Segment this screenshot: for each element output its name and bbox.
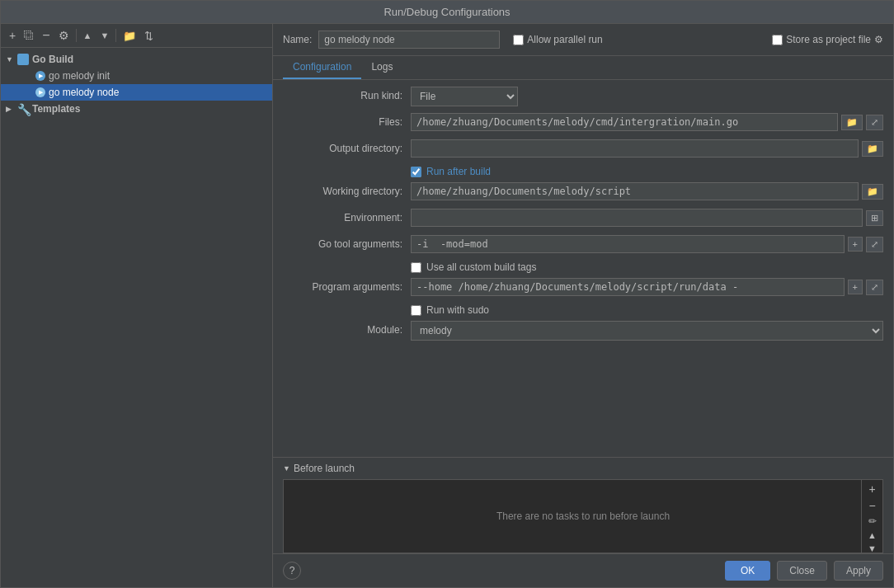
store-gear-icon: ⚙ xyxy=(874,34,883,45)
go-tool-args-expand-button[interactable]: ⤢ xyxy=(866,237,883,252)
store-project-label: Store as project file ⚙ xyxy=(772,34,883,45)
run-with-sudo-checkbox[interactable] xyxy=(411,305,421,316)
run-kind-select[interactable]: File Package Directory xyxy=(411,87,518,106)
output-dir-control: 📁 xyxy=(411,139,883,158)
folder-button[interactable]: 📁 xyxy=(120,28,139,44)
program-args-control: --home /home/zhuang/Documents/melody/scr… xyxy=(411,278,883,296)
before-launch-sidebar: + − ✏ ▲ ▼ xyxy=(861,480,882,553)
program-args-expand-button[interactable]: ⤢ xyxy=(866,280,883,295)
before-launch-section: ▼ Before launch There are no tasks to ru… xyxy=(273,457,893,553)
sort-button[interactable]: ⇅ xyxy=(141,28,157,44)
title-bar: Run/Debug Configurations xyxy=(1,1,893,24)
remove-button[interactable]: − xyxy=(39,27,53,44)
files-label: Files: xyxy=(283,113,411,128)
working-dir-folder-button[interactable]: 📁 xyxy=(862,184,883,200)
templates-label: Templates xyxy=(32,103,80,115)
custom-tags-label: Use all custom build tags xyxy=(426,261,536,273)
move-down-button[interactable]: ▼ xyxy=(96,29,112,42)
ok-button[interactable]: OK xyxy=(725,561,770,581)
tab-configuration[interactable]: Configuration xyxy=(283,56,361,79)
before-launch-header[interactable]: ▼ Before launch xyxy=(273,458,893,479)
before-launch-edit-button[interactable]: ✏ xyxy=(863,515,882,528)
tree-node-templates[interactable]: ▶ 🔧 Templates xyxy=(1,101,272,117)
files-expand-button[interactable]: ⤢ xyxy=(866,115,883,130)
run-kind-row: Run kind: File Package Directory xyxy=(283,87,883,108)
run-kind-control: File Package Directory xyxy=(411,87,883,106)
output-dir-label: Output directory: xyxy=(283,139,411,154)
close-button[interactable]: Close xyxy=(777,561,827,581)
help-button[interactable]: ? xyxy=(283,562,301,580)
run-with-sudo-row: Run with sudo xyxy=(283,304,883,316)
program-args-row: Program arguments: --home /home/zhuang/D… xyxy=(283,278,883,299)
files-folder-button[interactable]: 📁 xyxy=(841,115,863,130)
tree-node-go-melody-node[interactable]: go melody node xyxy=(1,84,272,101)
tree-node-go-build[interactable]: ▼ Go Build xyxy=(1,51,272,68)
custom-tags-checkbox[interactable] xyxy=(411,262,421,273)
run-after-build-row: Run after build xyxy=(283,166,883,177)
name-input[interactable] xyxy=(318,31,500,49)
apply-label: Apply xyxy=(846,565,871,576)
environment-label: Environment: xyxy=(283,209,411,223)
close-label: Close xyxy=(789,565,815,576)
store-project-checkbox[interactable] xyxy=(772,35,783,45)
program-args-label: Program arguments: xyxy=(283,278,411,293)
wrench-icon: 🔧 xyxy=(17,103,29,115)
run-debug-dialog: Run/Debug Configurations + ⿻ − ⚙ ▲ ▼ 📁 ⇅ xyxy=(0,0,894,588)
name-label: Name: xyxy=(283,34,312,45)
output-dir-folder-button[interactable]: 📁 xyxy=(862,141,883,157)
main-content: + ⿻ − ⚙ ▲ ▼ 📁 ⇅ ▼ Go Build xyxy=(1,24,893,587)
files-control: 📁 ⤢ xyxy=(411,113,883,131)
tree-area: ▼ Go Build go melody init go melody node xyxy=(1,48,272,587)
add-button[interactable]: + xyxy=(6,27,19,44)
before-launch-minus-button[interactable]: − xyxy=(863,498,882,513)
apply-button[interactable]: Apply xyxy=(834,561,883,581)
tab-logs[interactable]: Logs xyxy=(361,56,402,79)
copy-button[interactable]: ⿻ xyxy=(21,28,37,43)
working-dir-control: 📁 xyxy=(411,182,883,200)
toolbar: + ⿻ − ⚙ ▲ ▼ 📁 ⇅ xyxy=(1,24,272,48)
allow-parallel-checkbox[interactable] xyxy=(513,35,524,45)
environment-edit-button[interactable]: ⊞ xyxy=(866,210,883,226)
toolbar-separator-2 xyxy=(115,29,116,42)
go-melody-node-label: go melody node xyxy=(49,87,119,98)
before-launch-add-button[interactable]: + xyxy=(863,482,882,496)
name-row: Name: Allow parallel run Store as projec… xyxy=(273,24,893,56)
move-up-button[interactable]: ▲ xyxy=(80,29,96,42)
program-args-display[interactable]: --home /home/zhuang/Documents/melody/scr… xyxy=(411,278,845,296)
module-select[interactable]: melody xyxy=(411,321,883,341)
environment-control: ⊞ xyxy=(411,209,883,227)
run-after-build-label: Run after build xyxy=(426,166,491,177)
settings-button[interactable]: ⚙ xyxy=(55,27,73,44)
output-dir-input[interactable] xyxy=(411,139,859,158)
ok-label: OK xyxy=(741,565,755,576)
working-dir-label: Working directory: xyxy=(283,182,411,197)
allow-parallel-label: Allow parallel run xyxy=(513,34,602,45)
bottom-left: ? xyxy=(283,562,301,580)
module-control: melody xyxy=(411,321,883,341)
go-tool-args-input[interactable] xyxy=(411,235,845,253)
bottom-right: OK Close Apply xyxy=(725,561,883,581)
go-build-icon xyxy=(17,54,29,65)
go-tool-args-row: Go tool arguments: + ⤢ xyxy=(283,235,883,256)
working-dir-input[interactable] xyxy=(411,182,859,200)
go-melody-init-label: go melody init xyxy=(49,70,110,82)
before-launch-expand-icon: ▼ xyxy=(283,464,290,473)
before-launch-up-button[interactable]: ▲ xyxy=(863,529,882,541)
toolbar-separator-1 xyxy=(76,29,77,42)
program-args-plus-button[interactable]: + xyxy=(848,280,863,294)
custom-tags-row: Use all custom build tags xyxy=(283,261,883,273)
before-launch-body: There are no tasks to run before launch … xyxy=(283,479,883,553)
go-tool-args-plus-button[interactable]: + xyxy=(848,237,863,252)
run-after-build-checkbox[interactable] xyxy=(411,167,421,177)
go-melody-init-icon xyxy=(35,71,45,81)
go-melody-node-icon xyxy=(35,87,45,97)
config-area: Run kind: File Package Directory Files: xyxy=(273,80,893,452)
environment-input[interactable] xyxy=(411,209,863,227)
go-tool-args-control: + ⤢ xyxy=(411,235,883,253)
environment-row: Environment: ⊞ xyxy=(283,209,883,230)
tree-node-go-melody-init[interactable]: go melody init xyxy=(1,68,272,84)
right-panel: Name: Allow parallel run Store as projec… xyxy=(273,24,893,587)
go-build-label: Go Build xyxy=(32,54,73,65)
files-input[interactable] xyxy=(411,113,838,131)
before-launch-down-button[interactable]: ▼ xyxy=(863,543,882,554)
